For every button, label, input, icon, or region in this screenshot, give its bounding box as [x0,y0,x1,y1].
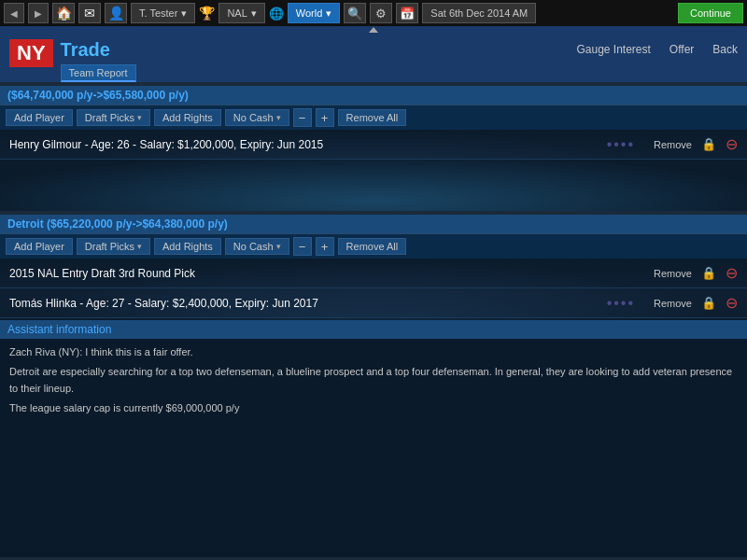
player-name: Henry Gilmour - Age: 26 - Salary: $1,200… [9,138,607,151]
ny-cash-minus-button[interactable]: − [293,108,312,127]
header-actions: Gauge Interest Offer Back [576,39,738,56]
ny-draft-picks-button[interactable]: Draft Picks ▾ [77,109,150,126]
detroit-add-player-button[interactable]: Add Player [6,238,73,255]
search-icon[interactable]: 🔍 [344,3,366,23]
player2-remove-minus-button[interactable]: ⊖ [726,294,738,312]
player2-rating-dots: •••• [607,295,635,312]
detroit-cash-minus-button[interactable]: − [293,237,312,256]
detroit-section-header: Detroit ($65,220,000 p/y->$64,380,000 p/… [0,215,747,233]
table-row: Henry Gilmour - Age: 26 - Salary: $1,200… [0,130,747,160]
ny-remove-all-button[interactable]: Remove All [338,109,407,126]
assistant-line-1: Zach Riva (NY): I think this is a fair o… [9,344,738,361]
detroit-cash-selector[interactable]: No Cash ▾ [225,238,289,255]
player2-name: Tomás Hlinka - Age: 27 - Salary: $2,400,… [9,297,607,310]
ny-player-area: Henry Gilmour - Age: 26 - Salary: $1,200… [0,130,747,211]
detroit-add-rights-button[interactable]: Add Rights [154,238,221,255]
player2-lock-icon[interactable]: 🔒 [701,296,716,310]
ny-section: ($64,740,000 p/y->$65,580,000 p/y) Add P… [0,86,747,211]
assistant-line-2: Detroit are especially searching for a t… [9,364,738,397]
table-row: 2015 NAL Entry Draft 3rd Round Pick Remo… [0,259,747,288]
ny-cash-plus-button[interactable]: + [316,108,334,127]
assistant-line-3: The league salary cap is currently $69,0… [9,400,738,417]
detroit-player-remove-button[interactable]: Remove [654,298,692,309]
date-display: Sat 6th Dec 2014 AM [422,3,536,23]
detroit-remove-all-button[interactable]: Remove All [338,238,407,255]
home-icon[interactable]: 🏠 [52,3,75,23]
ny-add-rights-button[interactable]: Add Rights [154,109,221,126]
world-selector[interactable]: World ▾ [288,3,341,23]
pick-name: 2015 NAL Entry Draft 3rd Round Pick [9,267,654,280]
ny-player-remove-button[interactable]: Remove [654,139,692,150]
detroit-pick-remove-button[interactable]: Remove [654,268,692,279]
detroit-cash-dropdown-icon: ▾ [276,242,281,251]
league-name: NAL [227,7,247,19]
back-arrow[interactable]: ◀ [4,3,24,23]
player-rating-dots: •••• [607,136,635,153]
assistant-header: Assistant information [0,320,747,339]
ny-toolbar: Add Player Draft Picks ▾ Add Rights No C… [0,105,747,130]
detroit-draft-arrow-icon: ▾ [137,242,142,251]
table-row: Tomás Hlinka - Age: 27 - Salary: $2,400,… [0,288,747,318]
sections-area: ($64,740,000 p/y->$65,580,000 p/y) Add P… [0,82,747,320]
main-content: ($64,740,000 p/y->$65,580,000 p/y) Add P… [0,82,747,557]
detroit-cash-plus-button[interactable]: + [316,237,334,256]
pick-remove-minus-button[interactable]: ⊖ [726,264,738,282]
settings-icon[interactable]: ⚙ [370,3,392,23]
ny-add-player-button[interactable]: Add Player [6,109,73,126]
assistant-area: Assistant information Zach Riva (NY): I … [0,320,747,558]
team-badge: NY [9,39,53,67]
page-title: Trade [61,39,127,61]
ny-cash-selector[interactable]: No Cash ▾ [225,109,289,126]
second-row [0,26,747,34]
user-menu[interactable]: T. Tester ▾ [131,3,195,23]
trophy-icon: 🏆 [199,6,215,21]
user-name: T. Tester [139,7,177,19]
offer-button[interactable]: Offer [669,43,694,56]
user-dropdown-icon: ▾ [181,7,187,20]
ny-section-header: ($64,740,000 p/y->$65,580,000 p/y) [0,86,747,105]
player-remove-minus-button[interactable]: ⊖ [726,135,738,153]
back-button[interactable]: Back [712,43,738,56]
world-dropdown-icon: ▾ [326,7,331,20]
page-header: NY Trade Team Report Gauge Interest Offe… [0,34,747,82]
players-icon[interactable]: 👤 [105,3,127,23]
globe-icon: 🌐 [269,7,284,21]
top-nav: ◀ ▶ 🏠 ✉ 👤 T. Tester ▾ 🏆 NAL ▾ 🌐 World ▾ … [0,0,747,26]
league-dropdown-icon: ▾ [251,7,257,20]
league-selector[interactable]: NAL ▾ [218,3,264,23]
calendar-icon[interactable]: 📅 [396,3,418,23]
cash-dropdown-icon: ▾ [276,113,281,122]
detroit-player-area: 2015 NAL Entry Draft 3rd Round Pick Remo… [0,259,747,320]
pick-lock-icon[interactable]: 🔒 [701,266,716,280]
detroit-draft-picks-button[interactable]: Draft Picks ▾ [77,238,150,255]
detroit-section: Detroit ($65,220,000 p/y->$64,380,000 p/… [0,215,747,320]
forward-arrow[interactable]: ▶ [28,3,49,23]
mail-icon[interactable]: ✉ [78,3,101,23]
continue-button[interactable]: Continue [678,3,743,23]
team-report-button[interactable]: Team Report [61,64,136,82]
lock-icon[interactable]: 🔒 [701,137,716,151]
position-indicator [369,27,378,33]
assistant-body: Zach Riva (NY): I think this is a fair o… [0,339,747,427]
draft-picks-arrow-icon: ▾ [137,113,142,122]
gauge-interest-button[interactable]: Gauge Interest [576,43,650,56]
world-name: World [296,7,323,19]
detroit-toolbar: Add Player Draft Picks ▾ Add Rights No C… [0,233,747,259]
